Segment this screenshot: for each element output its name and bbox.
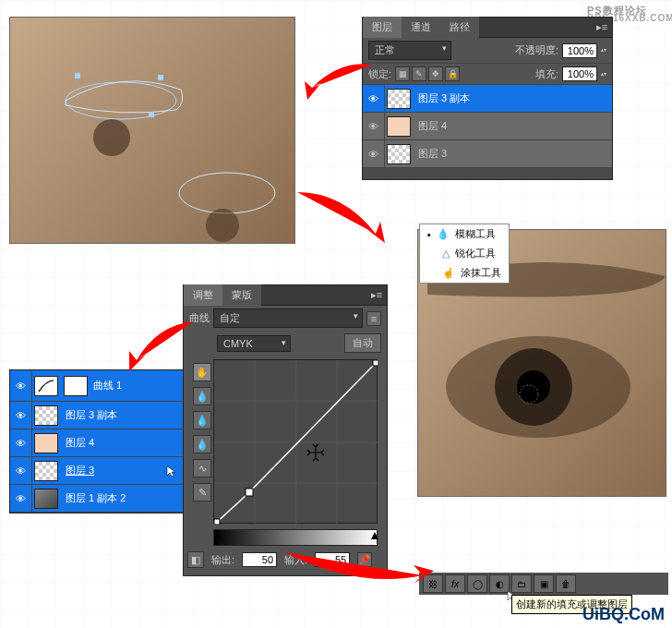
opacity-label: 不透明度:: [515, 43, 558, 57]
layers-panel-2: 👁 曲线 1 👁 图层 3 副本 👁 图层 4 👁 图层 3 👁 图层 1 副本…: [9, 369, 185, 513]
visibility-toggle[interactable]: 👁: [10, 429, 32, 456]
opacity-input[interactable]: 100%: [562, 43, 597, 58]
svg-point-0: [66, 82, 176, 119]
panel-menu-icon[interactable]: ▸≡: [592, 21, 612, 33]
layers-footer-bar: ⛓ fx ◯ ◐ 🗀 ▣ 🗑: [419, 573, 668, 595]
layer-thumb[interactable]: [34, 489, 58, 509]
svg-point-6: [206, 209, 239, 242]
svg-point-5: [93, 119, 130, 156]
svg-marker-20: [214, 532, 222, 539]
fx-icon[interactable]: fx: [445, 574, 465, 593]
svg-rect-2: [75, 73, 80, 78]
blend-mode-dropdown[interactable]: 正常: [368, 41, 451, 60]
uibq-watermark: UiBQ.CoM: [582, 605, 665, 624]
svg-rect-17: [246, 489, 253, 496]
fill-label: 填充:: [535, 67, 558, 81]
visibility-toggle[interactable]: 👁: [363, 113, 385, 139]
layer-item[interactable]: 👁 图层 3 副本: [10, 402, 184, 429]
layer-item[interactable]: 👁 图层 4: [363, 113, 612, 140]
tool-label: 模糊工具: [455, 227, 496, 241]
layer-name-label[interactable]: 图层 3 副本: [413, 91, 612, 105]
opacity-spinner[interactable]: ▴▾: [601, 48, 606, 53]
layers-panel: 图层 通道 路径 ▸≡ 正常 不透明度: 100% ▴▾ 锁定: ▦ ✎ ✥ 🔒…: [362, 17, 613, 180]
tool-item-smudge[interactable]: ☝ 涂抹工具: [420, 263, 509, 283]
mask-icon[interactable]: ◯: [467, 574, 487, 593]
finger-icon: ☝: [442, 267, 455, 279]
tab-adjustments[interactable]: 调整: [184, 284, 222, 306]
fill-input[interactable]: 100%: [562, 66, 597, 81]
layer-name-label[interactable]: 图层 4: [413, 119, 612, 133]
adjust-tabs: 调整 蒙版 ▸≡: [184, 285, 387, 306]
layer-item[interactable]: 👁 图层 3 副本: [363, 85, 612, 113]
cursor-icon: [165, 465, 178, 477]
new-layer-icon[interactable]: ▣: [534, 574, 554, 593]
arrow-icon: [120, 314, 203, 379]
pencil-curve-icon[interactable]: ✎: [193, 483, 211, 501]
curve-point-icon[interactable]: ∿: [193, 459, 211, 477]
visibility-toggle[interactable]: 👁: [10, 402, 32, 429]
tab-paths[interactable]: 路径: [440, 17, 479, 38]
layer-item[interactable]: 👁 图层 3: [363, 140, 612, 168]
eyedropper-black-icon[interactable]: 💧: [193, 387, 211, 405]
layer-thumb[interactable]: [34, 433, 58, 453]
eyedropper-gray-icon[interactable]: 💧: [193, 411, 211, 429]
tool-item-blur[interactable]: ▪ 💧 模糊工具: [420, 224, 509, 244]
output-value-input[interactable]: 50: [242, 552, 277, 567]
arrow-icon: [288, 183, 399, 257]
curves-graph[interactable]: [213, 359, 378, 524]
visibility-toggle[interactable]: 👁: [10, 370, 32, 401]
layer-thumb[interactable]: [387, 144, 411, 164]
arrow-icon: [275, 543, 441, 598]
svg-point-1: [179, 173, 275, 213]
layer-item[interactable]: 👁 图层 4: [10, 429, 184, 457]
fill-spinner[interactable]: ▴▾: [601, 72, 606, 77]
lock-transparency-icon[interactable]: ▦: [395, 66, 410, 81]
layer-name-label[interactable]: 图层 3: [60, 464, 165, 477]
layer-name-label[interactable]: 图层 3 副本: [60, 408, 184, 422]
panel-tabs: 图层 通道 路径 ▸≡: [363, 18, 612, 38]
clip-icon[interactable]: ◧: [187, 551, 204, 568]
lock-all-icon[interactable]: 🔒: [445, 66, 460, 81]
layer-thumb[interactable]: [387, 116, 411, 137]
lock-pixels-icon[interactable]: ✎: [412, 66, 426, 81]
curves-thumb[interactable]: [34, 376, 58, 396]
layer-thumb[interactable]: [34, 405, 58, 426]
layer-item[interactable]: 👁 图层 3: [10, 457, 184, 485]
tool-label: 锐化工具: [455, 247, 496, 260]
triangle-icon: △: [442, 248, 450, 260]
tab-masks[interactable]: 蒙版: [222, 284, 261, 306]
layer-name-label[interactable]: 图层 1 副本 2: [60, 491, 184, 505]
bullet-icon: ▪: [427, 229, 431, 240]
tool-label: 涂抹工具: [461, 266, 501, 280]
eyedropper-white-icon[interactable]: 💧: [193, 435, 211, 453]
layer-name-label[interactable]: 图层 4: [60, 436, 184, 450]
svg-marker-21: [371, 532, 378, 539]
adjustments-panel: 调整 蒙版 ▸≡ 曲线 自定 ≡ CMYK 自动 ✋ 💧 💧 💧 ∿ ✎: [183, 284, 388, 576]
auto-button[interactable]: 自动: [344, 333, 381, 353]
layer-thumb[interactable]: [34, 461, 58, 481]
arrow-icon: [294, 55, 377, 111]
trash-icon[interactable]: 🗑: [556, 574, 576, 593]
layer-name-label[interactable]: 图层 3: [413, 147, 612, 161]
tab-channels[interactable]: 通道: [402, 17, 440, 38]
svg-rect-3: [158, 75, 163, 80]
layer-item[interactable]: 👁 图层 1 副本 2: [10, 485, 184, 513]
layer-name-label[interactable]: 曲线 1: [88, 379, 184, 392]
tab-layers[interactable]: 图层: [363, 17, 402, 38]
droplet-icon: 💧: [437, 228, 450, 240]
svg-point-9: [517, 370, 550, 404]
tool-flyout: ▪ 💧 模糊工具 △ 锐化工具 ☝ 涂抹工具: [419, 223, 510, 284]
visibility-toggle[interactable]: 👁: [10, 485, 32, 512]
panel-menu-icon[interactable]: ▸≡: [366, 289, 387, 301]
svg-rect-4: [149, 112, 154, 117]
visibility-toggle[interactable]: 👁: [363, 140, 385, 167]
layer-mask-thumb[interactable]: [64, 376, 88, 396]
preset-menu-icon[interactable]: ≡: [366, 311, 381, 326]
svg-rect-18: [214, 519, 220, 525]
layer-thumb[interactable]: [387, 89, 411, 109]
tool-item-sharpen[interactable]: △ 锐化工具: [420, 244, 509, 263]
preset-dropdown[interactable]: 自定: [213, 308, 363, 328]
lock-position-icon[interactable]: ✥: [428, 66, 443, 81]
visibility-toggle[interactable]: 👁: [10, 457, 32, 484]
channel-dropdown[interactable]: CMYK: [217, 335, 291, 352]
